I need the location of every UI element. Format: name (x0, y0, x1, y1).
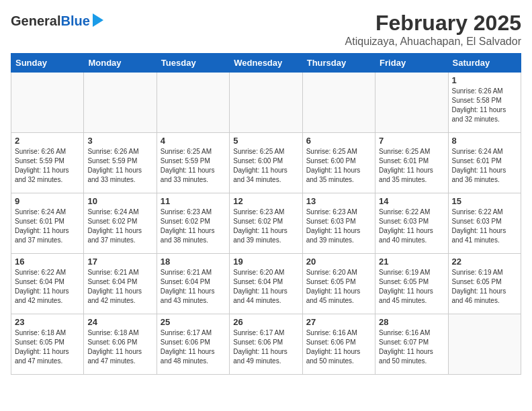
calendar-cell: 5Sunrise: 6:25 AM Sunset: 6:00 PM Daylig… (230, 133, 302, 193)
day-number: 14 (379, 196, 444, 206)
day-info: Sunrise: 6:22 AM Sunset: 6:04 PM Dayligh… (15, 268, 80, 306)
day-number: 23 (15, 317, 80, 327)
calendar-cell: 19Sunrise: 6:20 AM Sunset: 6:04 PM Dayli… (230, 254, 302, 314)
day-number: 10 (87, 196, 152, 206)
day-of-week-header: Tuesday (157, 54, 229, 73)
calendar-cell: 4Sunrise: 6:25 AM Sunset: 5:59 PM Daylig… (157, 133, 229, 193)
calendar-week-row: 2Sunrise: 6:26 AM Sunset: 5:59 PM Daylig… (11, 133, 521, 193)
calendar-cell (11, 73, 84, 133)
calendar-cell: 6Sunrise: 6:25 AM Sunset: 6:00 PM Daylig… (302, 133, 375, 193)
day-info: Sunrise: 6:23 AM Sunset: 6:02 PM Dayligh… (161, 208, 226, 245)
day-number: 3 (87, 136, 152, 146)
day-info: Sunrise: 6:16 AM Sunset: 6:06 PM Dayligh… (306, 328, 371, 366)
calendar-cell: 14Sunrise: 6:22 AM Sunset: 6:03 PM Dayli… (375, 193, 448, 254)
day-number: 17 (87, 257, 152, 267)
day-of-week-header: Saturday (448, 54, 521, 73)
location-title: Atiquizaya, Ahuachapan, El Salvador (345, 36, 521, 48)
day-number: 13 (306, 196, 371, 206)
calendar-cell: 26Sunrise: 6:17 AM Sunset: 6:06 PM Dayli… (230, 314, 302, 375)
day-number: 25 (161, 317, 226, 327)
page-header: GeneralBlue February 2025 Atiquizaya, Ah… (11, 11, 521, 48)
day-number: 15 (452, 196, 517, 206)
logo-arrow-icon (93, 13, 103, 27)
day-number: 5 (233, 136, 298, 146)
day-info: Sunrise: 6:22 AM Sunset: 6:03 PM Dayligh… (452, 208, 517, 245)
day-of-week-header: Wednesday (230, 54, 302, 73)
calendar-cell (157, 73, 229, 133)
calendar-cell: 7Sunrise: 6:25 AM Sunset: 6:01 PM Daylig… (375, 133, 448, 193)
calendar-week-row: 1Sunrise: 6:26 AM Sunset: 5:58 PM Daylig… (11, 73, 521, 133)
calendar-cell: 16Sunrise: 6:22 AM Sunset: 6:04 PM Dayli… (11, 254, 84, 314)
calendar: SundayMondayTuesdayWednesdayThursdayFrid… (11, 53, 521, 375)
calendar-cell: 21Sunrise: 6:19 AM Sunset: 6:05 PM Dayli… (375, 254, 448, 314)
logo-text: GeneralBlue (11, 13, 90, 28)
calendar-cell: 1Sunrise: 6:26 AM Sunset: 5:58 PM Daylig… (448, 73, 521, 133)
day-info: Sunrise: 6:26 AM Sunset: 5:59 PM Dayligh… (87, 147, 152, 185)
day-of-week-header: Friday (375, 54, 448, 73)
day-of-week-header: Monday (84, 54, 157, 73)
day-info: Sunrise: 6:19 AM Sunset: 6:05 PM Dayligh… (452, 268, 517, 306)
day-info: Sunrise: 6:18 AM Sunset: 6:05 PM Dayligh… (15, 328, 80, 366)
calendar-cell: 28Sunrise: 6:16 AM Sunset: 6:07 PM Dayli… (375, 314, 448, 375)
title-block: February 2025 Atiquizaya, Ahuachapan, El… (345, 11, 521, 48)
day-info: Sunrise: 6:19 AM Sunset: 6:05 PM Dayligh… (379, 268, 444, 306)
day-number: 19 (233, 257, 298, 267)
day-number: 20 (306, 257, 371, 267)
day-info: Sunrise: 6:18 AM Sunset: 6:06 PM Dayligh… (87, 328, 152, 366)
day-number: 16 (15, 257, 80, 267)
calendar-cell: 3Sunrise: 6:26 AM Sunset: 5:59 PM Daylig… (84, 133, 157, 193)
calendar-header-row: SundayMondayTuesdayWednesdayThursdayFrid… (11, 54, 521, 73)
calendar-cell: 27Sunrise: 6:16 AM Sunset: 6:06 PM Dayli… (302, 314, 375, 375)
calendar-cell: 8Sunrise: 6:24 AM Sunset: 6:01 PM Daylig… (448, 133, 521, 193)
calendar-cell: 2Sunrise: 6:26 AM Sunset: 5:59 PM Daylig… (11, 133, 84, 193)
day-number: 12 (233, 196, 298, 206)
calendar-cell: 23Sunrise: 6:18 AM Sunset: 6:05 PM Dayli… (11, 314, 84, 375)
day-info: Sunrise: 6:17 AM Sunset: 6:06 PM Dayligh… (233, 328, 298, 366)
day-info: Sunrise: 6:23 AM Sunset: 6:03 PM Dayligh… (306, 208, 371, 245)
day-number: 11 (161, 196, 226, 206)
logo-blue: Blue (60, 13, 89, 28)
day-number: 22 (452, 257, 517, 267)
logo: GeneralBlue (11, 13, 103, 28)
day-number: 9 (15, 196, 80, 206)
day-number: 21 (379, 257, 444, 267)
calendar-cell: 15Sunrise: 6:22 AM Sunset: 6:03 PM Dayli… (448, 193, 521, 254)
day-number: 4 (161, 136, 226, 146)
day-info: Sunrise: 6:25 AM Sunset: 5:59 PM Dayligh… (161, 147, 226, 185)
day-number: 26 (233, 317, 298, 327)
calendar-cell: 13Sunrise: 6:23 AM Sunset: 6:03 PM Dayli… (302, 193, 375, 254)
day-info: Sunrise: 6:24 AM Sunset: 6:02 PM Dayligh… (87, 208, 152, 245)
calendar-cell: 18Sunrise: 6:21 AM Sunset: 6:04 PM Dayli… (157, 254, 229, 314)
day-info: Sunrise: 6:25 AM Sunset: 6:00 PM Dayligh… (306, 147, 371, 185)
day-number: 18 (161, 257, 226, 267)
day-info: Sunrise: 6:22 AM Sunset: 6:03 PM Dayligh… (379, 208, 444, 245)
day-number: 8 (452, 136, 517, 146)
day-number: 2 (15, 136, 80, 146)
calendar-week-row: 9Sunrise: 6:24 AM Sunset: 6:01 PM Daylig… (11, 193, 521, 254)
day-of-week-header: Thursday (302, 54, 375, 73)
calendar-cell: 24Sunrise: 6:18 AM Sunset: 6:06 PM Dayli… (84, 314, 157, 375)
day-info: Sunrise: 6:21 AM Sunset: 6:04 PM Dayligh… (161, 268, 226, 306)
day-info: Sunrise: 6:25 AM Sunset: 6:01 PM Dayligh… (379, 147, 444, 185)
day-info: Sunrise: 6:24 AM Sunset: 6:01 PM Dayligh… (15, 208, 80, 245)
day-number: 24 (87, 317, 152, 327)
day-info: Sunrise: 6:21 AM Sunset: 6:04 PM Dayligh… (87, 268, 152, 306)
calendar-cell: 20Sunrise: 6:20 AM Sunset: 6:05 PM Dayli… (302, 254, 375, 314)
day-number: 27 (306, 317, 371, 327)
calendar-cell: 12Sunrise: 6:23 AM Sunset: 6:02 PM Dayli… (230, 193, 302, 254)
calendar-cell: 22Sunrise: 6:19 AM Sunset: 6:05 PM Dayli… (448, 254, 521, 314)
month-title: February 2025 (345, 11, 521, 36)
calendar-week-row: 16Sunrise: 6:22 AM Sunset: 6:04 PM Dayli… (11, 254, 521, 314)
day-info: Sunrise: 6:23 AM Sunset: 6:02 PM Dayligh… (233, 208, 298, 245)
day-info: Sunrise: 6:16 AM Sunset: 6:07 PM Dayligh… (379, 328, 444, 366)
calendar-cell (230, 73, 302, 133)
day-number: 1 (452, 75, 517, 85)
day-info: Sunrise: 6:26 AM Sunset: 5:58 PM Dayligh… (452, 87, 517, 124)
day-info: Sunrise: 6:20 AM Sunset: 6:04 PM Dayligh… (233, 268, 298, 306)
calendar-week-row: 23Sunrise: 6:18 AM Sunset: 6:05 PM Dayli… (11, 314, 521, 375)
day-info: Sunrise: 6:20 AM Sunset: 6:05 PM Dayligh… (306, 268, 371, 306)
day-info: Sunrise: 6:26 AM Sunset: 5:59 PM Dayligh… (15, 147, 80, 185)
day-number: 6 (306, 136, 371, 146)
calendar-cell: 11Sunrise: 6:23 AM Sunset: 6:02 PM Dayli… (157, 193, 229, 254)
day-of-week-header: Sunday (11, 54, 84, 73)
